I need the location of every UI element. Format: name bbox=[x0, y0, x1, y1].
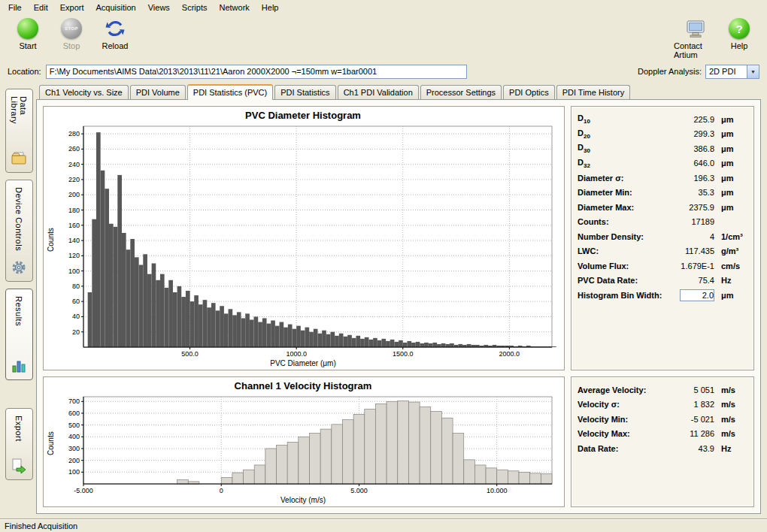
stat-value: 646.0 bbox=[665, 159, 714, 168]
velocity-stat-row-velocity-min: Velocity Min:-5 021m/s bbox=[571, 412, 753, 427]
stat-label: D30 bbox=[578, 143, 665, 154]
diameter-stat-row-counts: Counts:17189 bbox=[571, 215, 753, 230]
sidebar-item-device-controls[interactable]: Device Controls bbox=[5, 180, 33, 282]
folder-icon bbox=[11, 150, 27, 168]
pvc-diameter-histogram-plot: 2040608010012014016018020022024026028050… bbox=[56, 122, 561, 358]
location-input[interactable] bbox=[46, 65, 467, 79]
stat-unit: μm bbox=[714, 129, 747, 138]
results-chart-icon bbox=[11, 358, 27, 376]
sidebar-item-label: Data Library bbox=[10, 96, 28, 145]
tab-pdi-statistics[interactable]: PDI Statistics bbox=[274, 85, 335, 99]
stop-icon: STOP bbox=[61, 18, 82, 39]
svg-text:40: 40 bbox=[72, 313, 80, 320]
velocity-y-axis-label: Counts bbox=[45, 392, 56, 495]
tab-pdi-volume[interactable]: PDI Volume bbox=[130, 85, 186, 99]
stat-label: Diameter Max: bbox=[578, 203, 665, 212]
stat-unit: m/s bbox=[714, 429, 747, 438]
velocity-chart-box: Channel 1 Velocity Histogram Counts 1002… bbox=[43, 376, 565, 507]
stat-value: 11 286 bbox=[665, 429, 714, 438]
svg-text:100: 100 bbox=[68, 468, 80, 476]
tab-pdi-optics[interactable]: PDI Optics bbox=[503, 85, 555, 99]
menu-item-network[interactable]: Network bbox=[213, 1, 255, 14]
results-panel: PVC Diameter Histogram Counts 2040608010… bbox=[36, 99, 761, 514]
velocity-stat-row-velocity-max: Velocity Max:11 286m/s bbox=[571, 427, 753, 442]
stat-unit: μm bbox=[714, 159, 747, 168]
sidebar-item-label: Export bbox=[14, 416, 23, 442]
stat-unit: μm bbox=[714, 174, 747, 183]
diameter-stat-row-lwc: LWC:117.435g/m³ bbox=[571, 244, 753, 259]
stat-value: 4 bbox=[665, 232, 714, 241]
content-area: Ch1 Velocity vs. SizePDI VolumePDI Stati… bbox=[35, 81, 767, 518]
svg-text:20: 20 bbox=[72, 328, 80, 336]
menu-item-help[interactable]: Help bbox=[256, 1, 285, 14]
diameter-stat-row-volume-flux: Volume Flux:1.679E-1cm/s bbox=[571, 258, 753, 274]
sidebar-item-export[interactable]: Export bbox=[5, 408, 33, 480]
stat-label: Velocity Max: bbox=[578, 429, 665, 438]
stat-label: Average Velocity: bbox=[578, 385, 665, 394]
svg-text:80: 80 bbox=[72, 283, 80, 290]
stat-label: Diameter σ: bbox=[578, 174, 665, 183]
tab-strip: Ch1 Velocity vs. SizePDI VolumePDI Stati… bbox=[36, 83, 761, 99]
stat-label: D10 bbox=[578, 113, 665, 125]
diameter-stat-row-histogram-bin-width: Histogram Bin Width:μm bbox=[571, 288, 753, 303]
stat-unit: g/m³ bbox=[714, 246, 747, 255]
tab-ch1-velocity-vs-size[interactable]: Ch1 Velocity vs. Size bbox=[39, 85, 129, 99]
sidebar: Data LibraryDevice ControlsResultsExport bbox=[0, 81, 35, 518]
stat-value: 1 832 bbox=[665, 400, 714, 409]
sidebar-item-results[interactable]: Results bbox=[5, 289, 33, 380]
stat-value: 196.3 bbox=[665, 174, 714, 183]
tab-pdi-time-history[interactable]: PDI Time History bbox=[556, 85, 631, 99]
chevron-down-icon[interactable]: ▼ bbox=[747, 65, 759, 78]
velocity-chart-title: Channel 1 Velocity Histogram bbox=[45, 379, 561, 392]
menu-item-export[interactable]: Export bbox=[54, 1, 90, 14]
stat-value: 225.9 bbox=[665, 115, 714, 124]
main-area: Data LibraryDevice ControlsResultsExport… bbox=[0, 81, 767, 518]
export-icon bbox=[11, 458, 27, 476]
svg-text:1500.0: 1500.0 bbox=[393, 350, 414, 358]
menu-item-acquisition[interactable]: Acquisition bbox=[90, 1, 142, 14]
diameter-stat-row-d20: D20299.3μm bbox=[571, 127, 753, 142]
menu-item-file[interactable]: File bbox=[2, 1, 28, 14]
menu-item-edit[interactable]: Edit bbox=[28, 1, 54, 14]
contact-artium-button[interactable]: Contact Artium bbox=[674, 16, 717, 59]
svg-text:220: 220 bbox=[68, 176, 80, 183]
tab-pdi-statistics-pvc[interactable]: PDI Statistics (PVC) bbox=[187, 84, 273, 100]
svg-text:100: 100 bbox=[68, 268, 80, 275]
start-icon bbox=[17, 18, 38, 39]
stat-unit: m/s bbox=[714, 385, 747, 394]
doppler-analysis-select[interactable]: 2D PDI ▼ bbox=[705, 65, 759, 79]
velocity-stat-row-average-velocity: Average Velocity:5 051m/s bbox=[571, 382, 753, 397]
menu-item-scripts[interactable]: Scripts bbox=[176, 1, 214, 14]
stat-value: 2375.9 bbox=[665, 203, 714, 212]
menu-item-views[interactable]: Views bbox=[142, 1, 176, 14]
svg-text:300: 300 bbox=[68, 445, 80, 452]
help-button[interactable]: ? Help bbox=[717, 16, 761, 59]
pvc-diameter-chart-box: PVC Diameter Histogram Counts 2040608010… bbox=[43, 106, 565, 370]
diameter-section: PVC Diameter Histogram Counts 2040608010… bbox=[43, 106, 754, 370]
velocity-stats-panel: Average Velocity:5 051m/sVelocity σ:1 83… bbox=[571, 376, 754, 507]
stat-label: D32 bbox=[578, 158, 665, 169]
start-button[interactable]: Start bbox=[6, 16, 50, 50]
velocity-x-axis-label: Velocity (m/s) bbox=[45, 495, 561, 506]
tab-ch1-pdi-validation[interactable]: Ch1 PDI Validation bbox=[338, 85, 419, 99]
doppler-analysis-label: Doppler Analysis: bbox=[638, 67, 702, 76]
reload-label: Reload bbox=[102, 41, 129, 50]
stat-unit: μm bbox=[714, 115, 747, 124]
stat-value: 117.435 bbox=[665, 246, 714, 255]
stat-label: Counts: bbox=[578, 217, 665, 226]
svg-text:700: 700 bbox=[68, 397, 80, 405]
stat-unit: μm bbox=[714, 203, 747, 212]
stat-label: Diameter Min: bbox=[578, 188, 665, 197]
stat-unit: m/s bbox=[714, 415, 747, 424]
histogram-bin-width-input[interactable] bbox=[680, 289, 714, 301]
gear-icon bbox=[11, 259, 27, 277]
reload-icon bbox=[105, 18, 126, 39]
sidebar-item-data-library[interactable]: Data Library bbox=[5, 89, 33, 173]
diameter-stat-row-d30: D30386.8μm bbox=[571, 141, 753, 156]
stat-value: 43.9 bbox=[665, 444, 714, 453]
diameter-stat-row-d32: D32646.0μm bbox=[571, 156, 753, 171]
reload-button[interactable]: Reload bbox=[93, 16, 137, 50]
tab-processor-settings[interactable]: Processor Settings bbox=[420, 85, 502, 99]
stat-value: 299.3 bbox=[665, 129, 714, 138]
velocity-section: Channel 1 Velocity Histogram Counts 1002… bbox=[43, 376, 754, 507]
